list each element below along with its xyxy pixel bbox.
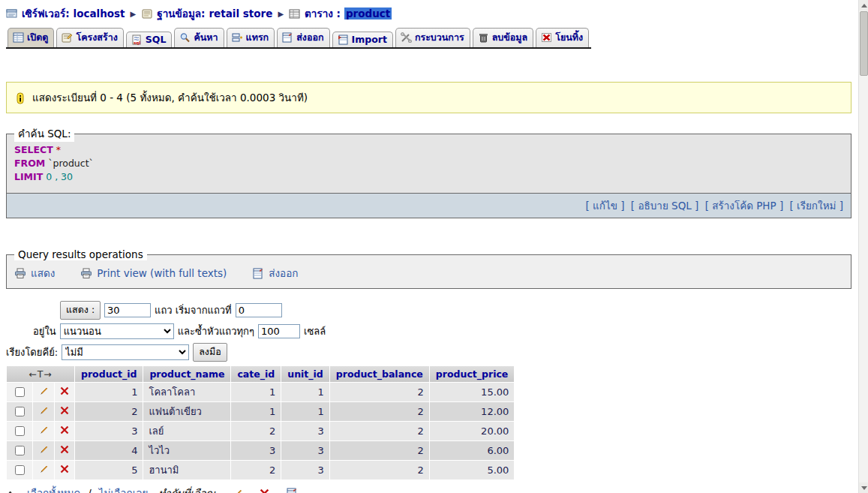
column-header-product-id[interactable]: product_id [75, 366, 143, 382]
export-icon [286, 488, 298, 493]
breadcrumb-server-link[interactable]: localhost [74, 8, 125, 20]
edit-row-link[interactable] [38, 407, 49, 418]
tab-search[interactable]: ค้นหา [174, 28, 224, 47]
tab-insert[interactable]: แทรก [227, 28, 275, 47]
tab-sql[interactable]: sql SQL [126, 32, 173, 47]
sql-edit-link[interactable]: [ แก้ไข ] [586, 200, 625, 212]
repeat-text: และซ้ำหัวแถวทุกๆ [178, 323, 254, 339]
show-button[interactable]: แสดง : [60, 301, 101, 320]
sql-actions-bar: [ แก้ไข ] [ อธิบาย SQL ] [ สร้างโค้ด PHP… [6, 194, 851, 218]
sql-query-text: SELECT * FROM `product` LIMIT 0 , 30 [14, 143, 843, 184]
repeat-headers-input[interactable] [258, 324, 300, 338]
column-header-cate-id[interactable]: cate_id [231, 366, 281, 382]
print-view-link[interactable]: แสดง [14, 265, 55, 281]
info-icon [14, 92, 26, 104]
database-icon [141, 8, 153, 20]
table-icon [289, 8, 301, 20]
tab-label: ค้นหา [194, 30, 218, 45]
uncheck-all-link[interactable]: ไม่เลือกเลย [99, 485, 149, 493]
column-header-product-name[interactable]: product_name [143, 366, 230, 382]
delete-row-link[interactable] [60, 406, 69, 417]
printer-icon [80, 268, 92, 279]
sql-query-box: คำค้น SQL: SELECT * FROM `product` LIMIT… [6, 125, 851, 194]
sql-line: SELECT * [14, 143, 843, 157]
browse-icon [13, 32, 24, 43]
delete-row-link[interactable] [60, 425, 69, 437]
red-x-icon [60, 425, 69, 434]
delete-selected-link[interactable] [260, 488, 269, 493]
tab-label: เปิดดู [27, 30, 48, 45]
tab-label: แทรก [246, 30, 269, 45]
tab-empty[interactable]: ลบข้อมูล [473, 28, 534, 47]
delete-row-link[interactable] [60, 464, 69, 476]
check-separator: / [88, 487, 92, 493]
tab-structure[interactable]: โครงสร้าง [56, 28, 123, 47]
go-button[interactable]: ลงมือ [193, 343, 227, 362]
tab-bar: เปิดดู โครงสร้าง sql SQL ค้นหา แทรก ส่งอ… [6, 28, 591, 49]
results-table: ←T→ product_id product_name cate_id unit… [6, 365, 515, 480]
tab-label: โครงสร้าง [76, 30, 117, 45]
row-checkbox[interactable] [15, 465, 25, 475]
print-view-label: แสดง [31, 265, 55, 281]
pencil-icon [38, 386, 49, 396]
table-row: 1 โคลาโคลา 1 1 2 15.00 [7, 383, 514, 401]
sql-refresh-link[interactable]: [ เรียกใหม่ ] [790, 200, 843, 212]
print-view-full-texts-link[interactable]: Print view (with full texts) [80, 267, 227, 279]
row-checkbox[interactable] [15, 426, 25, 436]
search-icon [179, 32, 191, 43]
export-link[interactable]: ส่งออก [252, 265, 298, 281]
delete-row-link[interactable] [60, 445, 69, 456]
column-header-product-price[interactable]: product_price [430, 366, 514, 382]
rows-count-input[interactable] [104, 303, 151, 317]
column-header-unit-id[interactable]: unit_id [281, 366, 329, 382]
scroll-up-icon [861, 4, 867, 8]
structure-icon [62, 32, 73, 43]
red-x-icon [60, 386, 69, 395]
tab-import[interactable]: Import [332, 32, 393, 47]
scroll-up-button[interactable] [859, 0, 868, 11]
query-ops-legend: Query results operations [14, 248, 147, 260]
insert-icon [232, 32, 243, 43]
table-row: 3 เลย์ 2 3 2 20.00 [7, 422, 514, 440]
tab-operations[interactable]: กระบวนการ [395, 28, 470, 47]
printer-icon [14, 268, 26, 279]
row-checkbox[interactable] [15, 407, 25, 416]
sort-label: เรียงโดยคีย์: [6, 344, 58, 360]
start-row-input[interactable] [236, 303, 282, 317]
tab-drop[interactable]: โยนทิ้ง [536, 28, 589, 47]
tab-export[interactable]: ส่งออก [277, 28, 329, 47]
column-header-product-balance[interactable]: product_balance [330, 366, 429, 382]
column-order-header[interactable]: ←T→ [7, 366, 74, 382]
scroll-down-button[interactable] [859, 482, 868, 493]
sql-explain-link[interactable]: [ อธิบาย SQL ] [631, 200, 699, 212]
delete-row-link[interactable] [60, 386, 69, 398]
breadcrumb-table-link[interactable]: product [344, 8, 392, 20]
sort-key-select[interactable]: ไม่มี [62, 344, 189, 360]
edit-selected-link[interactable] [232, 488, 243, 493]
sql-php-code-link[interactable]: [ สร้างโค้ด PHP ] [705, 200, 784, 212]
tab-browse[interactable]: เปิดดู [8, 28, 54, 47]
sql-box-legend: คำค้น SQL: [14, 125, 74, 142]
edit-row-link[interactable] [38, 465, 49, 476]
edit-row-link[interactable] [38, 446, 49, 457]
display-mode-select[interactable]: แนวนอน [60, 323, 174, 339]
rows-text: แถว เริ่มจากแถวที่ [155, 302, 232, 318]
vertical-scrollbar[interactable] [858, 0, 868, 493]
edit-row-link[interactable] [38, 426, 49, 437]
edit-row-link[interactable] [38, 387, 49, 398]
red-x-icon [60, 464, 69, 473]
scrollbar-thumb[interactable] [860, 11, 868, 76]
export-label: ส่งออก [269, 265, 298, 281]
tab-label: กระบวนการ [415, 30, 464, 45]
check-all-link[interactable]: เลือกทั้งหมด [27, 485, 80, 493]
phpmyadmin-browse-page: เซิร์ฟเวอร์: localhost ▶ ฐานข้อมูล: reta… [0, 0, 868, 493]
row-checkbox[interactable] [15, 387, 25, 397]
breadcrumb-db-link[interactable]: retail store [209, 8, 272, 20]
pencil-icon [38, 425, 49, 435]
scroll-down-icon [861, 486, 867, 490]
export-selected-link[interactable] [286, 488, 298, 493]
export-icon [282, 32, 293, 43]
mode-label: อยู่ใน [33, 323, 56, 339]
with-selected-label: ทำกับที่เลือก: [158, 485, 215, 493]
row-checkbox[interactable] [15, 446, 25, 455]
